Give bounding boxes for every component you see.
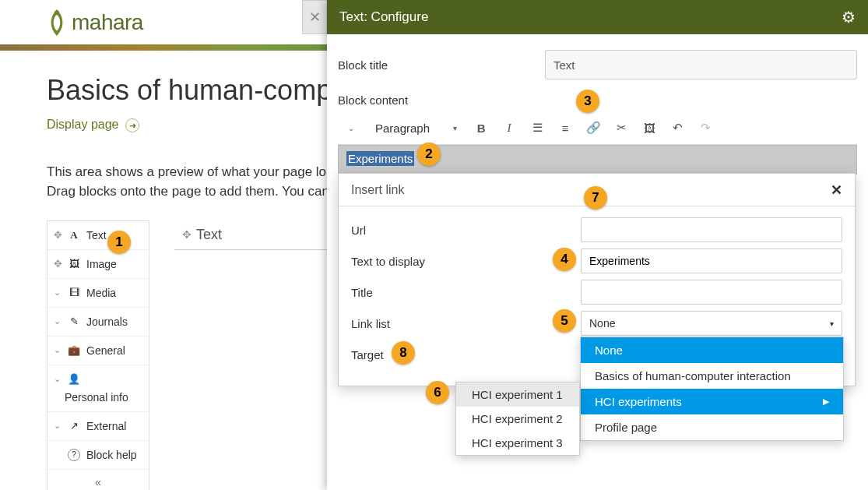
link-icon: 🔗 [586,121,601,135]
undo-button[interactable]: ↶ [664,115,691,141]
block-title: Text [196,227,222,243]
dropdown-item-label: HCI experiments [595,395,682,408]
chevron-down-icon: ⌄ [54,287,61,298]
editor-toolbar: ⌄ Paragraph▾ B I ☰ ≡ 🔗 ✂ 🖼 ↶ ↷ [338,115,857,145]
target-label: Target [351,348,581,361]
sidebar-item-label: Personal info [54,391,142,404]
drag-icon: ✥ [54,258,61,270]
close-panel-button[interactable]: ✕ [302,0,327,34]
text-to-display-label: Text to display [351,255,581,268]
toolbar-more-button[interactable]: ⌄ [338,115,364,141]
marker-3: 3 [576,90,599,113]
url-label: Url [351,224,581,237]
caret-down-icon: ▾ [830,319,834,328]
italic-button[interactable]: I [496,115,522,141]
linklist-select[interactable]: None▾ [581,311,842,336]
marker-5: 5 [553,309,576,333]
undo-icon: ↶ [673,121,683,135]
dropdown-item-none[interactable]: None [581,337,843,363]
sidebar-collapse[interactable]: « [47,470,149,490]
marker-6: 6 [426,381,449,404]
gear-icon[interactable]: ⚙ [842,8,856,26]
toolbar-paragraph-select[interactable]: Paragraph▾ [366,122,466,135]
image-icon: 🖼 [644,122,655,135]
dropdown-item-label: Profile page [595,421,657,434]
sidebar-item-label: Image [86,258,117,270]
number-list-button[interactable]: ≡ [552,115,578,141]
bold-icon: B [477,122,486,135]
bullet-list-icon: ☰ [532,121,543,135]
sidebar-item-label: General [86,344,125,357]
help-icon: ? [68,449,80,461]
drag-icon: ✥ [182,228,192,241]
number-list-icon: ≡ [562,122,569,135]
submenu-item-exp3[interactable]: HCI experiment 3 [456,431,579,455]
redo-icon: ↷ [701,121,711,135]
sidebar-item-general[interactable]: ⌄💼General [47,337,149,365]
dropdown-item-basics[interactable]: Basics of human-computer interaction [581,363,843,389]
dialog-close-button[interactable]: ✕ [831,182,842,199]
general-icon: 💼 [68,344,80,356]
text-icon: A [68,229,80,241]
submenu-item-label: HCI experiment 2 [472,412,563,425]
dropdown-item-label: Basics of human-computer interaction [595,369,791,382]
panel-header: Text: Configure ⚙ [327,0,868,34]
content-editor[interactable]: Experiments [338,145,857,174]
image-button[interactable]: 🖼 [636,115,662,141]
sidebar-item-label: Text [86,229,107,241]
dropdown-item-profile[interactable]: Profile page [581,414,843,440]
block-title-row: Block title [338,50,857,79]
submenu-item-exp2[interactable]: HCI experiment 2 [456,407,579,431]
brand-text: mahara [72,10,143,35]
submenu-arrow-icon: ▶ [823,397,829,407]
chevron-left-icon: « [95,476,101,488]
sidebar-item-external[interactable]: ⌄↗External [47,412,149,441]
unlink-button[interactable]: ✂ [608,115,634,141]
redo-button[interactable]: ↷ [692,115,719,141]
chevron-down-icon: ⌄ [54,316,61,326]
marker-2: 2 [417,143,441,166]
arrow-right-icon: ➜ [125,118,139,132]
title-label: Title [351,286,581,299]
bullet-list-button[interactable]: ☰ [524,115,550,141]
display-page-label: Display page [47,118,119,131]
svg-point-0 [54,10,59,15]
marker-1: 1 [107,231,131,254]
sidebar-item-text[interactable]: ✥AText [47,221,149,250]
brand-logo[interactable]: mahara [47,8,143,37]
link-button[interactable]: 🔗 [580,115,606,141]
dropdown-item-hci-experiments[interactable]: HCI experiments▶ [581,389,843,414]
chevron-down-icon: ⌄ [348,124,354,132]
title-input[interactable] [581,280,842,305]
chevron-down-icon: ⌄ [54,374,61,384]
sidebar-item-personal[interactable]: ⌄👤Personal info [47,365,149,412]
block-title-input[interactable] [545,50,857,79]
sidebar-item-media[interactable]: ⌄🎞Media [47,279,149,308]
submenu-item-exp1[interactable]: HCI experiment 1 [456,382,579,407]
caret-down-icon: ▾ [453,124,457,132]
external-icon: ↗ [68,420,80,432]
sidebar-item-label: Block help [86,449,137,461]
submenu-item-label: HCI experiment 3 [472,436,563,449]
selected-text: Experiments [346,151,414,166]
chevron-down-icon: ⌄ [54,345,61,355]
sidebar-item-journals[interactable]: ⌄✎Journals [47,308,149,337]
unlink-icon: ✂ [617,121,627,135]
journal-icon: ✎ [68,316,80,327]
image-icon: 🖼 [68,258,80,270]
sidebar-item-image[interactable]: ✥🖼Image [47,250,149,279]
panel-header-title: Text: Configure [339,9,428,25]
text-to-display-input[interactable] [581,249,842,273]
url-input[interactable] [581,217,842,242]
dialog-title: Insert link [351,183,404,197]
sidebar-item-help[interactable]: ?Block help [47,441,149,470]
mahara-icon [47,8,67,37]
paragraph-label: Paragraph [375,122,430,135]
marker-4: 4 [553,248,576,271]
block-palette: ✥AText ✥🖼Image ⌄🎞Media ⌄✎Journals ⌄💼Gene… [47,220,149,490]
media-icon: 🎞 [68,287,80,298]
marker-8: 8 [392,341,415,365]
bold-button[interactable]: B [468,115,494,141]
marker-7: 7 [584,186,607,210]
dropdown-item-label: None [595,344,623,357]
